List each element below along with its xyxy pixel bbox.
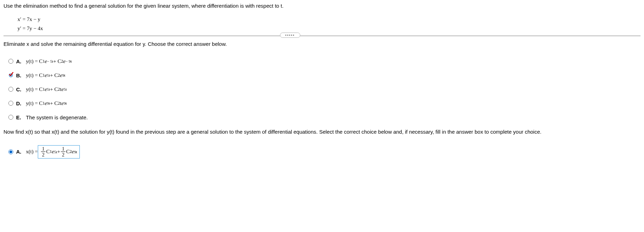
choice-e[interactable]: E. The system is degenerate. — [8, 113, 640, 122]
choice-letter: D. — [16, 100, 22, 106]
choice-d-content: y(t) = C1 e 9t + C2t e 9t — [26, 100, 67, 106]
choice-d[interactable]: D. y(t) = C1 e 9t + C2t e 9t — [8, 99, 640, 108]
dots-icon: ••••• — [280, 33, 300, 38]
choice-a[interactable]: A. y(t) = C1 e − 5t + C2 e − 9t — [8, 57, 640, 66]
choice-c-content: y(t) = C1 e 5t + C2t e 5t — [26, 86, 67, 92]
choice-letter: E. — [16, 114, 22, 120]
equation-2: y′ = 7y − 4x — [18, 24, 640, 33]
choice-b-content: y(t) = C1 e 5t + C2 e 9t — [26, 72, 65, 78]
answer-input-box[interactable]: 1 2 C1 e 5t + 1 2 C2 e 9t — [38, 145, 80, 159]
choice-letter: C. — [16, 86, 22, 92]
system-equations: x′ = 7x − y y′ = 7y − 4x — [18, 15, 640, 33]
choice-a-content: y(t) = C1 e − 5t + C2 e − 9t — [26, 58, 72, 64]
part2-instruction: Now find x(t) so that x(t) and the solut… — [4, 128, 640, 135]
part1-choices: A. y(t) = C1 e − 5t + C2 e − 9t B. y(t) … — [8, 57, 640, 122]
choice-e-content: The system is degenerate. — [26, 114, 88, 120]
radio-d[interactable] — [8, 101, 13, 106]
divider: ••••• — [4, 36, 640, 36]
choice-letter: A. — [16, 58, 22, 64]
radio-part2-a[interactable] — [8, 149, 13, 154]
equation-1: x′ = 7x − y — [18, 15, 640, 24]
choice-c[interactable]: C. y(t) = C1 e 5t + C2t e 5t — [8, 85, 640, 94]
radio-c[interactable] — [8, 87, 13, 92]
radio-a[interactable] — [8, 59, 13, 64]
radio-b-correct[interactable] — [8, 73, 13, 78]
radio-e[interactable] — [8, 115, 13, 120]
part2-choice-a[interactable]: A. x(t) = 1 2 C1 e 5t + 1 2 C2 e 9t — [8, 145, 640, 159]
choice-letter: A. — [16, 149, 22, 155]
choice-b[interactable]: B. y(t) = C1 e 5t + C2 e 9t — [8, 71, 640, 80]
question-prompt: Use the elimination method to find a gen… — [4, 3, 640, 9]
fraction-1: 1 2 — [41, 146, 46, 157]
part1-instruction: Eliminate x and solve the remaining diff… — [4, 41, 640, 47]
fraction-2: 1 2 — [61, 146, 65, 157]
checkmark-icon — [8, 72, 14, 78]
part2-a-content: x(t) = 1 2 C1 e 5t + 1 2 C2 e 9t — [26, 145, 80, 159]
choice-letter: B. — [16, 72, 22, 78]
part2-choices: A. x(t) = 1 2 C1 e 5t + 1 2 C2 e 9t — [8, 145, 640, 159]
